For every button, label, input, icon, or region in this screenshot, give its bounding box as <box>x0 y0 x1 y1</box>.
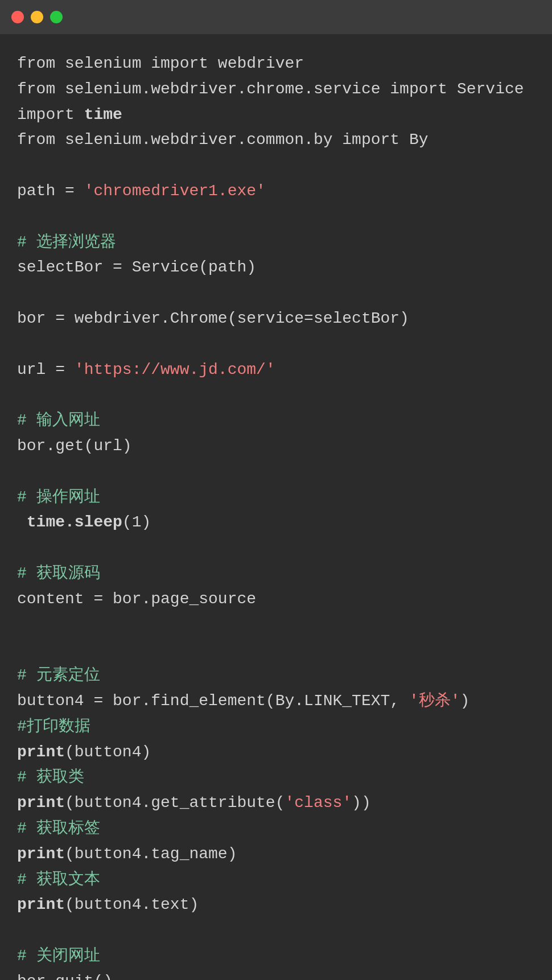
code-token: bor.quit() <box>17 973 113 980</box>
code-line <box>17 536 535 561</box>
code-line: # 获取源码 <box>17 561 535 587</box>
code-line <box>17 637 535 663</box>
code-token: print <box>17 896 65 913</box>
code-line <box>17 204 535 230</box>
code-token: print <box>17 845 65 863</box>
code-token: selectBor = Service(path) <box>17 258 256 276</box>
code-token: ) <box>460 692 470 710</box>
minimize-button[interactable] <box>31 11 43 23</box>
code-line: from selenium import webdriver <box>17 51 535 77</box>
code-line: # 获取类 <box>17 765 535 790</box>
code-token: selenium.webdriver.chrome.service <box>65 80 381 98</box>
code-token: selenium.webdriver.common.by <box>65 131 332 149</box>
code-line: print(button4.get_attribute('class')) <box>17 790 535 816</box>
code-token: import <box>141 55 217 72</box>
code-line: from selenium.webdriver.common.by import… <box>17 127 535 153</box>
code-line: time.sleep(1) <box>17 510 535 536</box>
code-token: content = bor.page_source <box>17 590 256 608</box>
code-token: By <box>409 131 429 149</box>
code-line: bor.get(url) <box>17 434 535 459</box>
code-line: content = bor.page_source <box>17 587 535 612</box>
code-line <box>17 332 535 357</box>
code-token: url = <box>17 361 75 378</box>
code-token: import <box>381 80 457 98</box>
code-line: # 元素定位 <box>17 663 535 689</box>
code-token: Service <box>457 80 524 98</box>
code-token: from <box>17 80 65 98</box>
code-token: webdriver <box>218 55 304 72</box>
code-line: #打印数据 <box>17 714 535 740</box>
code-line: selectBor = Service(path) <box>17 255 535 281</box>
code-token: (button4) <box>65 743 151 761</box>
code-line: path = 'chromedriver1.exe' <box>17 179 535 204</box>
code-token: (button4.get_attribute( <box>65 794 285 812</box>
code-line <box>17 612 535 638</box>
code-token: from <box>17 55 65 72</box>
code-line: # 获取标签 <box>17 816 535 842</box>
code-line: print(button4.tag_name) <box>17 842 535 867</box>
code-token: (button4.tag_name) <box>65 845 237 863</box>
code-token: button4 = bor.find_element(By.LINK_TEXT, <box>17 692 409 710</box>
code-line: # 输入网址 <box>17 408 535 434</box>
code-token: time <box>84 106 122 123</box>
code-line: # 操作网址 <box>17 485 535 510</box>
code-line: print(button4.text) <box>17 892 535 918</box>
code-token: 'class' <box>285 794 352 812</box>
code-line: import time <box>17 102 535 128</box>
close-button[interactable] <box>11 11 24 23</box>
code-token: )) <box>352 794 371 812</box>
code-line: button4 = bor.find_element(By.LINK_TEXT,… <box>17 689 535 714</box>
code-line: # 选择浏览器 <box>17 230 535 256</box>
code-token: 'https://www.jd.com/' <box>75 361 275 378</box>
code-token: bor = webdriver.Chrome(service=selectBor… <box>17 310 409 327</box>
code-line: from selenium.webdriver.chrome.service i… <box>17 77 535 102</box>
code-token: 'chromedriver1.exe' <box>84 182 266 200</box>
code-line <box>17 382 535 408</box>
code-line: # 获取文本 <box>17 867 535 893</box>
code-token: print <box>17 794 65 812</box>
code-editor: from selenium import webdriverfrom selen… <box>0 34 552 980</box>
code-line: bor.quit() <box>17 969 535 980</box>
code-token: import <box>333 131 409 149</box>
code-line: bor = webdriver.Chrome(service=selectBor… <box>17 306 535 332</box>
code-token: from <box>17 131 65 149</box>
code-token: bor.get(url) <box>17 437 132 455</box>
code-line <box>17 153 535 179</box>
code-line <box>17 459 535 485</box>
code-token: selenium <box>65 55 141 72</box>
code-line: print(button4) <box>17 740 535 765</box>
code-token: path = <box>17 182 84 200</box>
code-line: # 关闭网址 <box>17 944 535 969</box>
code-token: '秒杀' <box>409 692 460 710</box>
code-line: url = 'https://www.jd.com/' <box>17 357 535 383</box>
code-token: (button4.text) <box>65 896 199 913</box>
code-token: time.sleep <box>27 513 122 531</box>
code-token <box>17 513 27 531</box>
code-line <box>17 281 535 306</box>
title-bar <box>0 0 552 34</box>
code-line <box>17 918 535 944</box>
code-token: (1) <box>122 513 151 531</box>
code-token: print <box>17 743 65 761</box>
code-token: import <box>17 106 84 123</box>
maximize-button[interactable] <box>50 11 63 23</box>
